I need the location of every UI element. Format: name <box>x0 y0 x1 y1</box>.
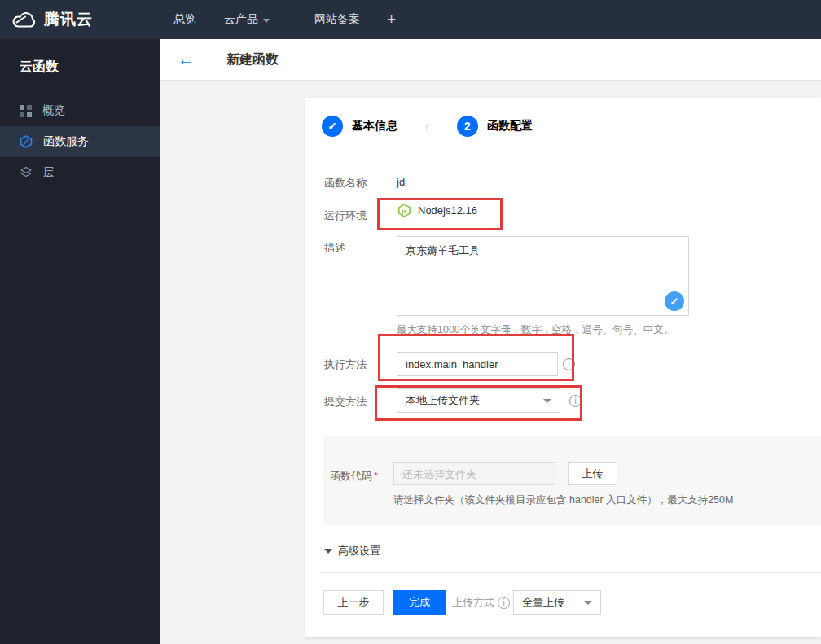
function-name-value: jd <box>397 176 405 188</box>
valid-check-icon: ✓ <box>665 291 684 311</box>
nodejs-icon: js <box>397 204 411 217</box>
step1-label: 基本信息 <box>352 119 397 134</box>
top-navigation: 腾讯云 总览 云产品 网站备案 + <box>0 0 821 39</box>
chevron-down-icon <box>263 19 270 23</box>
step2-label: 函数配置 <box>487 119 533 134</box>
submit-method-select[interactable]: 本地上传文件夹 <box>397 388 560 413</box>
step-separator-icon: › <box>425 120 429 134</box>
runtime-value: Nodejs12.16 <box>418 204 477 217</box>
previous-step-button[interactable]: 上一步 <box>323 590 384 615</box>
select-caret-icon <box>584 601 592 605</box>
back-arrow-icon[interactable]: ← <box>178 51 194 68</box>
sidebar: 云函数 概览 函数服务 <box>0 39 160 644</box>
step2-number: 2 <box>457 116 478 137</box>
create-function-card: ✓ 基本信息 › 2 函数配置 函数名称 jd 运行环境 js Nodejs12… <box>305 98 821 637</box>
step1-check-icon: ✓ <box>322 116 343 137</box>
upload-mode-value: 全量上传 <box>522 595 564 610</box>
sidebar-item-function-service[interactable]: 函数服务 <box>0 126 160 157</box>
nav-item-overview[interactable]: 总览 <box>173 12 196 27</box>
handler-input[interactable] <box>397 352 558 376</box>
submit-method-info-icon[interactable]: i <box>569 395 582 407</box>
advanced-settings-toggle[interactable]: 高级设置 <box>324 544 380 559</box>
tencent-cloud-logo-icon <box>11 11 36 28</box>
sidebar-item-label: 概览 <box>42 103 65 118</box>
svg-text:js: js <box>402 208 407 215</box>
function-name-label: 函数名称 <box>324 176 367 191</box>
submit-method-value: 本地上传文件夹 <box>406 393 480 408</box>
page-title: 新建函数 <box>226 51 279 68</box>
content-background: ✓ 基本信息 › 2 函数配置 函数名称 jd 运行环境 js Nodejs12… <box>160 81 821 644</box>
function-code-section: 函数代码* 上传 请选择文件夹（该文件夹根目录应包含 handler 入口文件）… <box>323 436 821 525</box>
finish-button[interactable]: 完成 <box>393 590 446 615</box>
description-hint: 最大支持1000个英文字母，数字，空格，逗号、句号、中文。 <box>397 323 674 337</box>
sidebar-item-label: 函数服务 <box>43 134 89 149</box>
submit-method-label: 提交方法 <box>324 395 367 410</box>
sidebar-item-overview[interactable]: 概览 <box>0 95 160 126</box>
handler-info-icon[interactable]: i <box>563 358 575 370</box>
nav-item-icp[interactable]: 网站备案 <box>314 12 360 27</box>
brand[interactable]: 腾讯云 <box>0 9 160 30</box>
sidebar-item-label: 层 <box>43 165 55 180</box>
required-asterisk: * <box>374 470 378 482</box>
layers-icon <box>20 166 33 179</box>
triangle-down-icon <box>324 549 332 554</box>
add-nav-tab-button[interactable]: + <box>387 11 396 28</box>
stepper: ✓ 基本信息 › 2 函数配置 <box>322 116 533 137</box>
nav-divider <box>292 12 292 27</box>
description-textarea[interactable]: 京东薅羊毛工具 <box>397 236 689 316</box>
brand-name: 腾讯云 <box>44 9 93 30</box>
grid-icon <box>20 105 32 117</box>
footer-divider <box>322 572 821 573</box>
upload-mode-select[interactable]: 全量上传 <box>513 590 601 615</box>
runtime-value-row: js Nodejs12.16 <box>397 204 477 217</box>
upload-mode-label-row: 上传方式 i <box>452 590 510 615</box>
folder-path-input[interactable] <box>393 462 555 485</box>
function-code-label: 函数代码* <box>330 469 378 484</box>
function-hexagon-icon <box>20 135 33 148</box>
sidebar-item-layers[interactable]: 层 <box>0 157 160 188</box>
page-header: ← 新建函数 <box>160 39 821 81</box>
function-code-hint: 请选择文件夹（该文件夹根目录应包含 handler 入口文件），最大支持250M <box>393 493 733 507</box>
nav-item-products[interactable]: 云产品 <box>224 12 270 27</box>
sidebar-title: 云函数 <box>0 39 160 76</box>
upload-mode-label: 上传方式 <box>452 595 494 610</box>
description-label: 描述 <box>324 241 345 256</box>
handler-label: 执行方法 <box>324 357 367 372</box>
advanced-settings-label: 高级设置 <box>338 544 380 559</box>
upload-button[interactable]: 上传 <box>568 462 617 485</box>
runtime-label: 运行环境 <box>324 208 367 223</box>
upload-mode-info-icon[interactable]: i <box>498 597 510 609</box>
select-caret-icon <box>543 399 551 403</box>
